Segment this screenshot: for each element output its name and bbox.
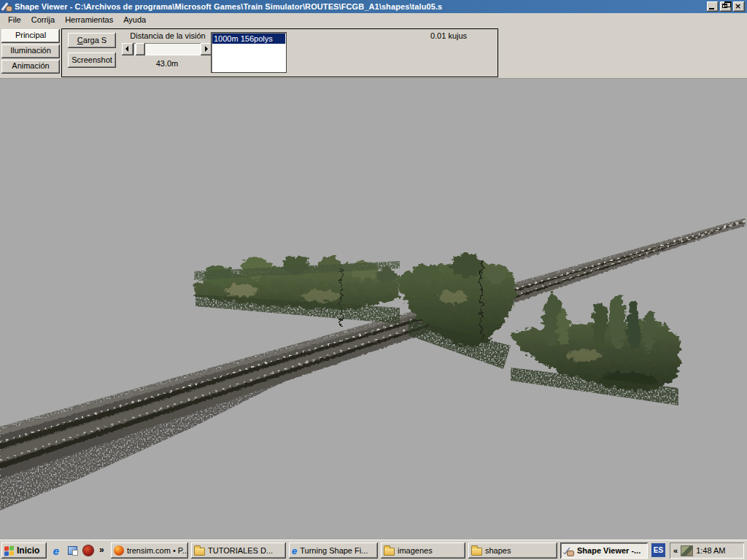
internet-explorer-icon[interactable]: e bbox=[50, 544, 63, 557]
lod-listbox[interactable]: 1000m 156polys bbox=[211, 32, 287, 73]
taskbar-item-label: trensim.com • P... bbox=[127, 546, 188, 555]
red-app-icon[interactable] bbox=[82, 544, 95, 557]
picture-icon[interactable] bbox=[681, 545, 693, 556]
folder-icon bbox=[194, 548, 205, 556]
taskbar: Inicio e » trensim.com • P... TUTORIALES… bbox=[0, 540, 747, 560]
left-arrow-icon bbox=[125, 46, 128, 52]
taskbar-item-trensim[interactable]: trensim.com • P... bbox=[111, 542, 188, 559]
tab-animacion[interactable]: Animación bbox=[1, 60, 60, 74]
folder-icon bbox=[384, 548, 395, 556]
taskbar-item-tutoriales[interactable]: TUTORIALES D... bbox=[191, 542, 286, 559]
window-title: Shape Viewer - C:\Archivos de programa\M… bbox=[15, 2, 707, 11]
shape-viewer-icon bbox=[563, 545, 574, 556]
internet-explorer-icon: e bbox=[292, 545, 297, 556]
windows-logo-icon bbox=[4, 545, 15, 556]
view-distance-value: 43.0m bbox=[122, 59, 212, 68]
menu-corrija[interactable]: Corrija bbox=[26, 14, 60, 26]
load-shape-hotkey: C bbox=[77, 36, 83, 44]
close-icon: × bbox=[735, 2, 741, 10]
render-time-label: 0.01 kujus bbox=[398, 31, 500, 40]
tray-collapse-chevron[interactable]: « bbox=[673, 546, 678, 555]
taskbar-item-shape-viewer[interactable]: Shape Viewer -... bbox=[560, 542, 648, 559]
slider-left-arrow[interactable] bbox=[122, 43, 133, 55]
tab-iluminacion[interactable]: Iluminación bbox=[1, 44, 60, 58]
title-bar: Shape Viewer - C:\Archivos de programa\M… bbox=[0, 0, 747, 13]
menu-bar: File Corrija Herramientas Ayuda bbox=[0, 13, 747, 26]
view-distance-slider[interactable] bbox=[122, 43, 212, 55]
close-button[interactable]: × bbox=[733, 1, 745, 12]
taskbar-item-shapes[interactable]: shapes bbox=[468, 542, 557, 559]
view-distance-label: Distancia de la visión bbox=[119, 31, 217, 40]
firefox-icon bbox=[114, 545, 124, 556]
menu-ayuda[interactable]: Ayuda bbox=[118, 14, 151, 26]
quicklaunch-overflow-chevron[interactable]: » bbox=[99, 545, 104, 555]
taskbar-item-label: imagenes bbox=[398, 546, 433, 555]
clock: 1:48 AM bbox=[696, 546, 725, 555]
main-control-panel: Carga S Screenshot Distancia de la visió… bbox=[61, 28, 498, 77]
language-indicator[interactable]: ES bbox=[651, 543, 665, 557]
taskbar-item-label: Shape Viewer -... bbox=[577, 546, 640, 555]
slider-thumb[interactable] bbox=[136, 43, 145, 55]
show-desktop-icon[interactable] bbox=[66, 544, 79, 557]
menu-file[interactable]: File bbox=[3, 14, 26, 26]
shape-viewer-icon bbox=[2, 1, 12, 12]
restore-icon bbox=[722, 4, 727, 8]
taskbar-item-turning-shape[interactable]: e Turning Shape Fi... bbox=[289, 542, 378, 559]
menu-herramientas[interactable]: Herramientas bbox=[60, 14, 118, 26]
toolbar: Principal Iluminación Animación Carga S … bbox=[0, 26, 747, 79]
start-label: Inicio bbox=[17, 545, 39, 556]
load-shape-button[interactable]: Carga S bbox=[68, 33, 116, 48]
taskbar-item-label: Turning Shape Fi... bbox=[300, 546, 368, 555]
screenshot-button[interactable]: Screenshot bbox=[68, 52, 116, 68]
system-tray: « 1:48 AM bbox=[670, 542, 744, 559]
desktop-glyph bbox=[68, 546, 77, 555]
taskbar-item-imagenes[interactable]: imagenes bbox=[381, 542, 465, 559]
red-orb-glyph bbox=[83, 545, 93, 556]
ie-glyph: e bbox=[53, 545, 59, 556]
right-arrow-icon bbox=[205, 46, 208, 52]
start-button[interactable]: Inicio bbox=[1, 542, 47, 559]
minimize-button[interactable] bbox=[707, 1, 719, 12]
folder-icon bbox=[471, 548, 482, 556]
taskbar-item-label: shapes bbox=[485, 546, 511, 555]
minimize-icon bbox=[709, 8, 714, 9]
load-shape-label: arga S bbox=[83, 36, 107, 44]
slider-channel[interactable] bbox=[133, 43, 201, 55]
taskbar-item-label: TUTORIALES D... bbox=[208, 546, 273, 555]
3d-scene bbox=[0, 79, 747, 540]
tab-principal[interactable]: Principal bbox=[1, 29, 60, 43]
restore-button[interactable] bbox=[720, 1, 732, 12]
lod-item[interactable]: 1000m 156polys bbox=[212, 34, 285, 44]
3d-viewport[interactable] bbox=[0, 79, 747, 540]
